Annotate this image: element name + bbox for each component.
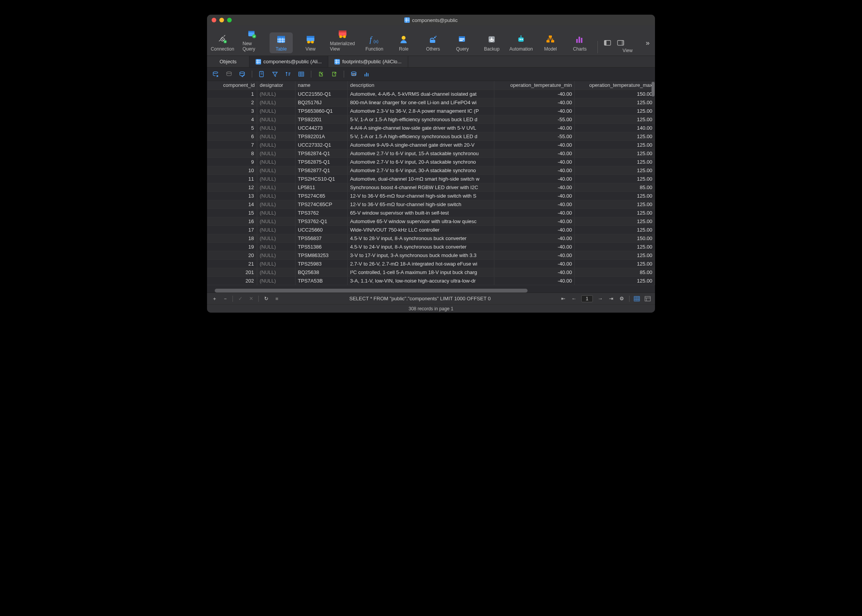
- horizontal-scrollbar[interactable]: [215, 289, 528, 293]
- cell-description[interactable]: 3-A, 1.1-V, low-VIN, low-noise high-accu…: [348, 276, 494, 285]
- next-page-button[interactable]: →: [597, 295, 604, 302]
- cell-description[interactable]: Automotive 65-V window supervisor with u…: [348, 217, 494, 225]
- cell-component_id[interactable]: 12: [207, 183, 257, 191]
- cell-name[interactable]: BQ25638: [295, 268, 348, 276]
- query-button[interactable]: Query: [451, 32, 474, 53]
- cell-description[interactable]: Automotive 2.7-V to 6-V input, 20-A stac…: [348, 157, 494, 166]
- table-row[interactable]: 15(NULL)TPS376265-V window supervisor wi…: [207, 208, 655, 217]
- view-button[interactable]: View: [299, 32, 322, 53]
- cell-description[interactable]: 800-mA linear charger for one-cell Li-io…: [348, 98, 494, 107]
- cell-component_id[interactable]: 20: [207, 251, 257, 259]
- cell-component_id[interactable]: 15: [207, 208, 257, 217]
- cell-tmin[interactable]: -40.00: [494, 200, 575, 208]
- cell-name[interactable]: TPS653860-Q1: [295, 107, 348, 115]
- cell-tmax[interactable]: 140.00: [574, 124, 655, 132]
- table-row[interactable]: 8(NULL)TPS62874-Q1Automotive 2.7-V to 6-…: [207, 149, 655, 157]
- cell-designator[interactable]: (NULL): [257, 225, 295, 234]
- cell-tmax[interactable]: 125.00: [574, 132, 655, 140]
- delete-row-button[interactable]: －: [222, 295, 229, 302]
- charts-button[interactable]: Charts: [568, 32, 591, 53]
- cell-tmax[interactable]: 150.00: [574, 90, 655, 98]
- table-row[interactable]: 2(NULL)BQ25176J800-mA linear charger for…: [207, 98, 655, 107]
- cell-component_id[interactable]: 8: [207, 149, 257, 157]
- table-row[interactable]: 17(NULL)UCC25660Wide-VIN/VOUT 750-kHz LL…: [207, 225, 655, 234]
- cell-name[interactable]: TPS25983: [295, 259, 348, 268]
- cell-tmax[interactable]: 125.00: [574, 166, 655, 174]
- table-row[interactable]: 3(NULL)TPS653860-Q1Automotive 2.3-V to 3…: [207, 107, 655, 115]
- cell-description[interactable]: 12-V to 36-V 65-mΩ four-channel high-sid…: [348, 200, 494, 208]
- table-row[interactable]: 4(NULL)TPS922015-V, 1-A or 1.5-A high-ef…: [207, 115, 655, 124]
- cell-tmax[interactable]: 125.00: [574, 115, 655, 124]
- left-panel-toggle-icon[interactable]: [604, 39, 611, 46]
- cell-designator[interactable]: (NULL): [257, 132, 295, 140]
- cell-tmax[interactable]: 125.00: [574, 174, 655, 183]
- sort-icon[interactable]: [284, 70, 292, 78]
- cell-tmin[interactable]: -55.00: [494, 132, 575, 140]
- export-icon[interactable]: [330, 70, 338, 78]
- cell-component_id[interactable]: 2: [207, 98, 257, 107]
- cell-tmin[interactable]: -40.00: [494, 124, 575, 132]
- cell-tmin[interactable]: -40.00: [494, 166, 575, 174]
- cell-name[interactable]: TPSM863253: [295, 251, 348, 259]
- cell-tmax[interactable]: 125.00: [574, 140, 655, 149]
- cell-component_id[interactable]: 13: [207, 191, 257, 200]
- cell-tmax[interactable]: 125.00: [574, 157, 655, 166]
- cell-name[interactable]: TPS92201A: [295, 132, 348, 140]
- cancel-changes-button[interactable]: ✕: [248, 295, 255, 302]
- cell-designator[interactable]: (NULL): [257, 183, 295, 191]
- cell-name[interactable]: LP5811: [295, 183, 348, 191]
- cell-description[interactable]: Wide-VIN/VOUT 750-kHz LLC controller: [348, 225, 494, 234]
- cell-component_id[interactable]: 3: [207, 107, 257, 115]
- cell-tmax[interactable]: 125.00: [574, 225, 655, 234]
- cell-description[interactable]: Automotive 2.7-V to 6-V input, 15-A stac…: [348, 149, 494, 157]
- first-page-button[interactable]: ⇤: [560, 295, 567, 302]
- cell-description[interactable]: Automotive, 4-A/6-A, 5-kVRMS dual-channe…: [348, 90, 494, 98]
- memo-icon[interactable]: [258, 70, 266, 78]
- cell-designator[interactable]: (NULL): [257, 276, 295, 285]
- refresh-button[interactable]: ↻: [263, 295, 270, 302]
- cell-tmin[interactable]: -40.00: [494, 98, 575, 107]
- components-table[interactable]: component_iddesignatornamedescriptionope…: [207, 81, 655, 285]
- cell-tmax[interactable]: 125.00: [574, 208, 655, 217]
- cell-description[interactable]: 4.5-V to 24-V input, 8-A synchronous buc…: [348, 242, 494, 251]
- cell-designator[interactable]: (NULL): [257, 107, 295, 115]
- cell-component_id[interactable]: 21: [207, 259, 257, 268]
- cell-tmax[interactable]: 125.00: [574, 98, 655, 107]
- cell-designator[interactable]: (NULL): [257, 208, 295, 217]
- cell-tmax[interactable]: 125.00: [574, 200, 655, 208]
- table-row[interactable]: 19(NULL)TPS513864.5-V to 24-V input, 8-A…: [207, 242, 655, 251]
- cell-designator[interactable]: (NULL): [257, 124, 295, 132]
- data-gen-icon[interactable]: 123: [350, 70, 358, 78]
- materialized-view-button[interactable]: Materialized View: [328, 27, 356, 53]
- cell-tmin[interactable]: -55.00: [494, 115, 575, 124]
- cell-designator[interactable]: (NULL): [257, 200, 295, 208]
- cell-name[interactable]: TPS3762-Q1: [295, 217, 348, 225]
- cell-name[interactable]: BQ25176J: [295, 98, 348, 107]
- cell-tmax[interactable]: 125.00: [574, 276, 655, 285]
- column-header-name[interactable]: name: [295, 81, 348, 90]
- cell-name[interactable]: UCC25660: [295, 225, 348, 234]
- table-button[interactable]: Table: [270, 32, 293, 53]
- cell-name[interactable]: UCC21550-Q1: [295, 90, 348, 98]
- cell-designator[interactable]: (NULL): [257, 98, 295, 107]
- columns-icon[interactable]: [297, 70, 305, 78]
- cell-tmin[interactable]: -40.00: [494, 242, 575, 251]
- table-row[interactable]: 7(NULL)UCC27332-Q1Automotive 9-A/9-A sin…: [207, 140, 655, 149]
- import-icon[interactable]: [317, 70, 325, 78]
- cell-tmin[interactable]: -40.00: [494, 225, 575, 234]
- cell-component_id[interactable]: 18: [207, 234, 257, 242]
- cell-tmax[interactable]: 125.00: [574, 259, 655, 268]
- cell-description[interactable]: Automotive 2.7-V to 6-V input, 30-A stac…: [348, 166, 494, 174]
- begin-tx-icon[interactable]: [225, 70, 233, 78]
- table-row[interactable]: 201(NULL)BQ25638I²C controlled, 1-cell 5…: [207, 268, 655, 276]
- cell-description[interactable]: I²C controlled, 1-cell 5-A maximum 18-V …: [348, 268, 494, 276]
- cell-name[interactable]: TPS274C65: [295, 191, 348, 200]
- table-row[interactable]: 9(NULL)TPS62875-Q1Automotive 2.7-V to 6-…: [207, 157, 655, 166]
- table-row[interactable]: 13(NULL)TPS274C6512-V to 36-V 65-mΩ four…: [207, 191, 655, 200]
- cell-tmin[interactable]: -40.00: [494, 107, 575, 115]
- cell-description[interactable]: 3-V to 17-V input, 3-A synchronous buck …: [348, 251, 494, 259]
- cell-tmax[interactable]: 125.00: [574, 191, 655, 200]
- cell-designator[interactable]: (NULL): [257, 234, 295, 242]
- cell-name[interactable]: TPS62875-Q1: [295, 157, 348, 166]
- table-row[interactable]: 11(NULL)TPS2HCS10-Q1Automotive, dual-cha…: [207, 174, 655, 183]
